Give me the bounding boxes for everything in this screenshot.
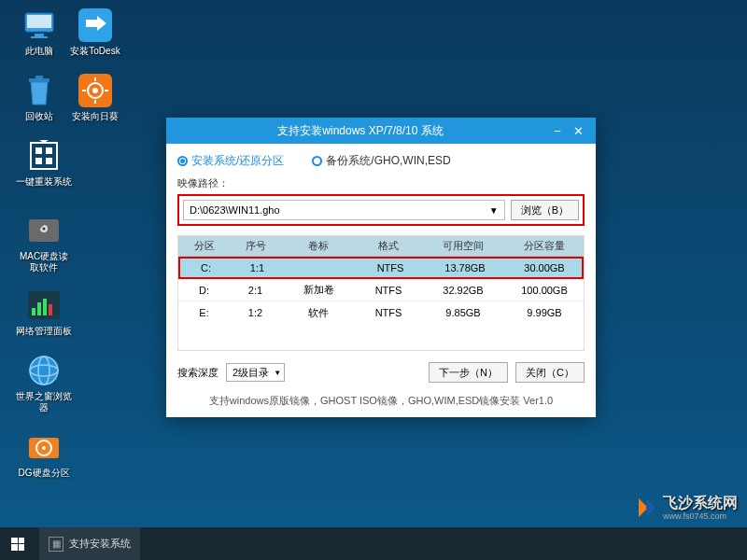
next-button[interactable]: 下一步（N） (429, 362, 508, 383)
watermark-url: www.fs0745.com (663, 511, 738, 521)
titlebar[interactable]: 支持安装windows XP/7/8/10 系统 − ✕ (166, 118, 596, 144)
partition-table: 分区 序号 卷标 格式 可用空间 分区容量 C: 1:1 NTFS 13.78G… (177, 235, 585, 351)
col-index: 序号 (230, 239, 281, 253)
icon-reinstall[interactable]: 一键重装系统 (11, 138, 77, 188)
icon-label: 世界之窗浏览 器 (11, 391, 77, 413)
icon-this-pc[interactable]: 此电脑 (11, 7, 67, 57)
taskbar-item-label: 支持安装系统 (69, 537, 131, 551)
path-row-highlight: D:\0623\WIN11.gho ▼ 浏览（B） (177, 194, 585, 226)
chevron-down-icon: ▼ (489, 205, 499, 216)
svg-rect-6 (35, 76, 43, 78)
close-button[interactable]: ✕ (568, 124, 588, 138)
icon-label: 一键重装系统 (11, 176, 77, 188)
icon-label: 此电脑 (11, 46, 67, 57)
app-icon: ▦ (49, 537, 63, 552)
radio-icon (177, 156, 188, 166)
radio-icon (312, 156, 322, 166)
table-row[interactable]: D: 2:1 新加卷 NTFS 32.92GB 100.00GB (178, 279, 584, 301)
path-value: D:\0623\WIN11.gho (190, 204, 280, 216)
svg-rect-23 (37, 302, 41, 315)
radio-label: 安装系统/还原分区 (191, 153, 284, 169)
footer-note: 支持windows原版镜像，GHOST ISO镜像，GHO,WIM,ESD镜像安… (177, 388, 585, 408)
svg-rect-3 (31, 36, 48, 38)
svg-rect-18 (46, 158, 52, 164)
taskbar-item[interactable]: ▦ 支持安装系统 (39, 527, 140, 560)
svg-rect-15 (35, 147, 42, 154)
radio-install[interactable]: 安装系统/还原分区 (177, 153, 284, 169)
icon-label: 回收站 (11, 111, 67, 122)
table-row[interactable]: C: 1:1 NTFS 13.78GB 30.00GB (178, 257, 584, 279)
windows-icon (11, 538, 24, 551)
depth-label: 搜索深度 (177, 366, 218, 380)
watermark-logo-icon (635, 497, 657, 519)
svg-point-32 (42, 446, 46, 450)
col-label: 卷标 (281, 239, 356, 253)
minimize-button[interactable]: − (547, 124, 568, 138)
image-path-dropdown[interactable]: D:\0623\WIN11.gho ▼ (183, 200, 505, 220)
watermark-text: 飞沙系统网 (663, 495, 738, 511)
taskbar: ▦ 支持安装系统 (0, 527, 747, 560)
install-window: 支持安装windows XP/7/8/10 系统 − ✕ 安装系统/还原分区 备… (166, 118, 596, 417)
icon-network-panel[interactable]: 网络管理面板 (11, 287, 77, 337)
svg-rect-16 (46, 147, 52, 154)
col-size: 分区容量 (505, 239, 584, 253)
svg-rect-14 (31, 143, 57, 169)
col-format: 格式 (356, 239, 421, 253)
close-window-button[interactable]: 关闭（C） (515, 362, 585, 383)
icon-label: 安装ToDesk (67, 46, 123, 57)
table-row[interactable]: E: 1:2 软件 NTFS 9.85GB 9.99GB (178, 301, 584, 324)
icon-todesk[interactable]: 安装ToDesk (67, 7, 123, 57)
browse-button[interactable]: 浏览（B） (511, 200, 579, 220)
path-label: 映像路径： (177, 176, 585, 190)
icon-world-browser[interactable]: 世界之窗浏览 器 (11, 353, 77, 413)
icon-mac-disk[interactable]: MAC硬盘读 取软件 (11, 213, 77, 273)
svg-rect-17 (35, 158, 42, 164)
icon-dg-partition[interactable]: DG硬盘分区 (11, 429, 77, 479)
icon-sunlogin[interactable]: 安装向日葵 (67, 73, 123, 122)
radio-label: 备份系统/GHO,WIN,ESD (326, 153, 450, 169)
svg-rect-2 (35, 34, 44, 36)
icon-label: DG硬盘分区 (11, 468, 77, 479)
svg-point-9 (92, 88, 98, 93)
radio-backup[interactable]: 备份系统/GHO,WIN,ESD (312, 153, 450, 169)
col-free: 可用空间 (421, 239, 505, 253)
col-partition: 分区 (178, 239, 230, 253)
svg-rect-1 (27, 15, 51, 28)
icon-label: 网络管理面板 (11, 326, 77, 337)
svg-rect-5 (29, 78, 49, 82)
icon-label: 安装向日葵 (67, 111, 123, 122)
window-title: 支持安装windows XP/7/8/10 系统 (174, 123, 547, 139)
svg-rect-22 (32, 308, 35, 315)
svg-rect-24 (43, 299, 47, 315)
watermark: 飞沙系统网 www.fs0745.com (635, 494, 738, 521)
svg-rect-25 (49, 304, 52, 315)
icon-label: MAC硬盘读 取软件 (11, 251, 77, 273)
depth-select[interactable]: 2级目录 (226, 363, 285, 382)
icon-recycle-bin[interactable]: 回收站 (11, 73, 67, 122)
svg-point-20 (43, 228, 46, 231)
start-button[interactable] (0, 527, 35, 560)
table-header: 分区 序号 卷标 格式 可用空间 分区容量 (178, 236, 584, 257)
